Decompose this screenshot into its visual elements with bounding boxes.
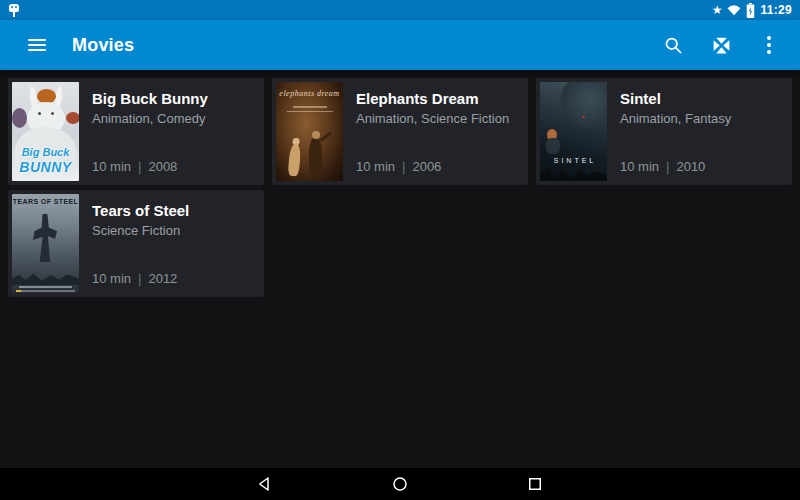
poster-title-text: BUNNY [12,159,79,175]
movie-card[interactable]: TEARS OF STEEL Tears of Steel Science Fi… [8,190,264,297]
wifi-icon [727,4,741,16]
elephants-dream-poster-art: elephants dream [276,82,343,181]
movie-year: 2010 [676,159,705,174]
movie-genres: Science Fiction [92,223,250,238]
big-buck-bunny-poster-art: Big Buck BUNNY [12,82,79,181]
movie-genres: Animation, Science Fiction [356,111,514,126]
movie-card[interactable]: elephants dream Elephants Dream Animatio… [272,78,528,185]
tears-of-steel-poster-art: TEARS OF STEEL [12,194,79,293]
movie-poster: Big Buck BUNNY [12,82,79,181]
usb-debugging-icon [8,2,20,18]
movie-title: Sintel [620,90,778,107]
search-button[interactable] [654,25,692,65]
home-button[interactable] [384,468,416,500]
movie-genres: Animation, Comedy [92,111,250,126]
poster-title-text: SINTEL [540,157,607,164]
home-icon [391,475,409,493]
movie-poster: TEARS OF STEEL [12,194,79,293]
movie-duration: 10 min [620,159,659,174]
recents-icon [526,475,544,493]
movie-meta: 10 min | 2008 [92,159,250,174]
meta-separator-text: | [402,159,405,174]
movie-title: Tears of Steel [92,202,250,219]
poster-title-text: Big Buck [12,146,79,158]
cast-renderer-icon [711,35,732,56]
movie-year: 2012 [148,271,177,286]
movie-card[interactable]: Big Buck BUNNY Big Buck Bunny Animation,… [8,78,264,185]
overflow-menu-icon [767,36,771,54]
clock: 11:29 [760,3,792,17]
movie-poster: elephants dream [276,82,343,181]
meta-separator-text: | [138,159,141,174]
movie-duration: 10 min [92,159,131,174]
star-icon: ★ [712,4,723,16]
menu-icon[interactable] [18,25,58,65]
movie-genres: Animation, Fantasy [620,111,778,126]
movie-title: Big Buck Bunny [92,90,250,107]
status-bar: ★ 11:29 [0,0,800,20]
movie-year: 2008 [148,159,177,174]
movie-card[interactable]: SINTEL Sintel Animation, Fantasy 10 min … [536,78,792,185]
movie-list: Big Buck BUNNY Big Buck Bunny Animation,… [0,70,800,468]
search-icon [663,35,684,56]
android-screen: ★ 11:29 Movies [0,0,800,500]
navigation-bar [0,468,800,500]
movie-poster: SINTEL [540,82,607,181]
cast-renderer-button[interactable] [702,25,740,65]
back-icon [256,475,274,493]
recents-button[interactable] [519,468,551,500]
back-button[interactable] [249,468,281,500]
movie-duration: 10 min [92,271,131,286]
page-title: Movies [72,35,134,56]
movie-duration: 10 min [356,159,395,174]
app-bar: Movies [0,20,800,70]
sintel-poster-art: SINTEL [540,82,607,181]
battery-charging-icon [746,3,755,18]
meta-separator-text: | [666,159,669,174]
movie-title: Elephants Dream [356,90,514,107]
meta-separator-text: | [138,271,141,286]
poster-title-text: TEARS OF STEEL [12,198,79,205]
overflow-menu-button[interactable] [750,25,788,65]
movie-meta: 10 min | 2006 [356,159,514,174]
movie-year: 2006 [412,159,441,174]
poster-title-text: elephants dream [276,89,343,98]
movie-meta: 10 min | 2010 [620,159,778,174]
movie-meta: 10 min | 2012 [92,271,250,286]
